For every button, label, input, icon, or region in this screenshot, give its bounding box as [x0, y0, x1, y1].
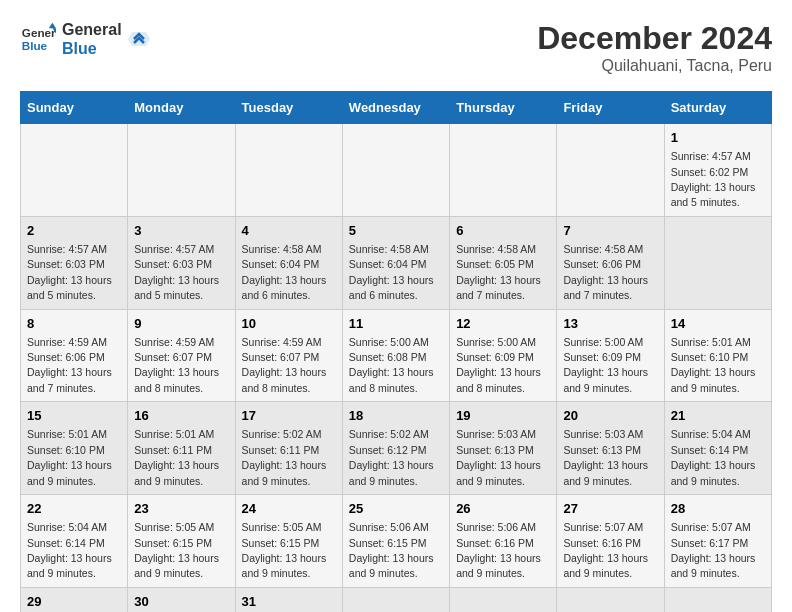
calendar-cell: 3Sunrise: 4:57 AMSunset: 6:03 PMDaylight…	[128, 216, 235, 309]
calendar-cell: 13Sunrise: 5:00 AMSunset: 6:09 PMDayligh…	[557, 309, 664, 402]
calendar-week-row: 15Sunrise: 5:01 AMSunset: 6:10 PMDayligh…	[21, 402, 772, 495]
day-info: Sunrise: 4:58 AMSunset: 6:06 PMDaylight:…	[563, 243, 648, 301]
calendar-header-row: SundayMondayTuesdayWednesdayThursdayFrid…	[21, 92, 772, 124]
day-info: Sunrise: 4:57 AMSunset: 6:02 PMDaylight:…	[671, 150, 756, 208]
day-number: 28	[671, 500, 765, 518]
day-number: 8	[27, 315, 121, 333]
header-monday: Monday	[128, 92, 235, 124]
calendar-cell: 1Sunrise: 4:57 AMSunset: 6:02 PMDaylight…	[664, 124, 771, 217]
day-info: Sunrise: 4:59 AMSunset: 6:06 PMDaylight:…	[27, 336, 112, 394]
day-number: 17	[242, 407, 336, 425]
day-number: 6	[456, 222, 550, 240]
calendar-cell: 15Sunrise: 5:01 AMSunset: 6:10 PMDayligh…	[21, 402, 128, 495]
day-number: 25	[349, 500, 443, 518]
calendar-week-row: 2Sunrise: 4:57 AMSunset: 6:03 PMDaylight…	[21, 216, 772, 309]
page-header: General Blue General Blue December 2024 …	[20, 20, 772, 75]
calendar-cell: 20Sunrise: 5:03 AMSunset: 6:13 PMDayligh…	[557, 402, 664, 495]
calendar-cell	[664, 587, 771, 612]
calendar-cell: 30Sunrise: 5:09 AMSunset: 6:18 PMDayligh…	[128, 587, 235, 612]
day-info: Sunrise: 5:04 AMSunset: 6:14 PMDaylight:…	[671, 428, 756, 486]
calendar-cell: 10Sunrise: 4:59 AMSunset: 6:07 PMDayligh…	[235, 309, 342, 402]
svg-text:Blue: Blue	[22, 39, 48, 52]
calendar-cell: 22Sunrise: 5:04 AMSunset: 6:14 PMDayligh…	[21, 495, 128, 588]
header-wednesday: Wednesday	[342, 92, 449, 124]
header-sunday: Sunday	[21, 92, 128, 124]
day-number: 19	[456, 407, 550, 425]
logo-icon: General Blue	[20, 21, 56, 57]
header-tuesday: Tuesday	[235, 92, 342, 124]
day-number: 3	[134, 222, 228, 240]
day-number: 13	[563, 315, 657, 333]
day-info: Sunrise: 5:03 AMSunset: 6:13 PMDaylight:…	[456, 428, 541, 486]
calendar-cell: 12Sunrise: 5:00 AMSunset: 6:09 PMDayligh…	[450, 309, 557, 402]
day-number: 29	[27, 593, 121, 611]
calendar-cell-empty	[342, 124, 449, 217]
calendar-cell: 19Sunrise: 5:03 AMSunset: 6:13 PMDayligh…	[450, 402, 557, 495]
day-info: Sunrise: 5:00 AMSunset: 6:09 PMDaylight:…	[456, 336, 541, 394]
day-info: Sunrise: 4:58 AMSunset: 6:04 PMDaylight:…	[242, 243, 327, 301]
calendar-cell: 17Sunrise: 5:02 AMSunset: 6:11 PMDayligh…	[235, 402, 342, 495]
day-info: Sunrise: 5:05 AMSunset: 6:15 PMDaylight:…	[242, 521, 327, 579]
calendar-cell-empty	[450, 124, 557, 217]
calendar-week-row: 22Sunrise: 5:04 AMSunset: 6:14 PMDayligh…	[21, 495, 772, 588]
header-friday: Friday	[557, 92, 664, 124]
day-info: Sunrise: 5:00 AMSunset: 6:08 PMDaylight:…	[349, 336, 434, 394]
day-info: Sunrise: 5:07 AMSunset: 6:17 PMDaylight:…	[671, 521, 756, 579]
day-info: Sunrise: 5:01 AMSunset: 6:11 PMDaylight:…	[134, 428, 219, 486]
day-info: Sunrise: 5:05 AMSunset: 6:15 PMDaylight:…	[134, 521, 219, 579]
calendar-cell-empty	[235, 124, 342, 217]
calendar-cell: 4Sunrise: 4:58 AMSunset: 6:04 PMDaylight…	[235, 216, 342, 309]
day-number: 24	[242, 500, 336, 518]
day-info: Sunrise: 5:02 AMSunset: 6:12 PMDaylight:…	[349, 428, 434, 486]
logo: General Blue General Blue	[20, 20, 150, 58]
calendar-cell	[664, 216, 771, 309]
calendar-cell: 26Sunrise: 5:06 AMSunset: 6:16 PMDayligh…	[450, 495, 557, 588]
day-number: 15	[27, 407, 121, 425]
day-info: Sunrise: 5:06 AMSunset: 6:16 PMDaylight:…	[456, 521, 541, 579]
day-number: 9	[134, 315, 228, 333]
day-info: Sunrise: 5:00 AMSunset: 6:09 PMDaylight:…	[563, 336, 648, 394]
header-thursday: Thursday	[450, 92, 557, 124]
day-info: Sunrise: 4:59 AMSunset: 6:07 PMDaylight:…	[242, 336, 327, 394]
calendar-week-row: 1Sunrise: 4:57 AMSunset: 6:02 PMDaylight…	[21, 124, 772, 217]
calendar-cell: 2Sunrise: 4:57 AMSunset: 6:03 PMDaylight…	[21, 216, 128, 309]
day-number: 16	[134, 407, 228, 425]
day-info: Sunrise: 5:06 AMSunset: 6:15 PMDaylight:…	[349, 521, 434, 579]
day-number: 18	[349, 407, 443, 425]
day-number: 1	[671, 129, 765, 147]
calendar-cell	[557, 587, 664, 612]
page-title: December 2024	[537, 20, 772, 57]
day-info: Sunrise: 5:01 AMSunset: 6:10 PMDaylight:…	[27, 428, 112, 486]
title-block: December 2024 Quilahuani, Tacna, Peru	[537, 20, 772, 75]
day-number: 30	[134, 593, 228, 611]
calendar-cell: 6Sunrise: 4:58 AMSunset: 6:05 PMDaylight…	[450, 216, 557, 309]
calendar-cell: 11Sunrise: 5:00 AMSunset: 6:08 PMDayligh…	[342, 309, 449, 402]
day-info: Sunrise: 4:58 AMSunset: 6:04 PMDaylight:…	[349, 243, 434, 301]
day-info: Sunrise: 4:58 AMSunset: 6:05 PMDaylight:…	[456, 243, 541, 301]
logo-general: General	[62, 20, 122, 39]
day-info: Sunrise: 4:57 AMSunset: 6:03 PMDaylight:…	[134, 243, 219, 301]
day-number: 11	[349, 315, 443, 333]
calendar-cell: 5Sunrise: 4:58 AMSunset: 6:04 PMDaylight…	[342, 216, 449, 309]
calendar-table: SundayMondayTuesdayWednesdayThursdayFrid…	[20, 91, 772, 612]
day-number: 4	[242, 222, 336, 240]
header-saturday: Saturday	[664, 92, 771, 124]
calendar-week-row: 29Sunrise: 5:08 AMSunset: 6:17 PMDayligh…	[21, 587, 772, 612]
day-number: 14	[671, 315, 765, 333]
day-info: Sunrise: 5:07 AMSunset: 6:16 PMDaylight:…	[563, 521, 648, 579]
calendar-cell: 23Sunrise: 5:05 AMSunset: 6:15 PMDayligh…	[128, 495, 235, 588]
calendar-cell-empty	[128, 124, 235, 217]
day-info: Sunrise: 5:04 AMSunset: 6:14 PMDaylight:…	[27, 521, 112, 579]
calendar-cell-empty	[21, 124, 128, 217]
calendar-cell: 18Sunrise: 5:02 AMSunset: 6:12 PMDayligh…	[342, 402, 449, 495]
calendar-cell: 9Sunrise: 4:59 AMSunset: 6:07 PMDaylight…	[128, 309, 235, 402]
day-number: 27	[563, 500, 657, 518]
calendar-cell: 8Sunrise: 4:59 AMSunset: 6:06 PMDaylight…	[21, 309, 128, 402]
calendar-cell: 21Sunrise: 5:04 AMSunset: 6:14 PMDayligh…	[664, 402, 771, 495]
calendar-cell: 7Sunrise: 4:58 AMSunset: 6:06 PMDaylight…	[557, 216, 664, 309]
day-info: Sunrise: 5:01 AMSunset: 6:10 PMDaylight:…	[671, 336, 756, 394]
day-number: 7	[563, 222, 657, 240]
logo-blue: Blue	[62, 39, 122, 58]
day-number: 21	[671, 407, 765, 425]
calendar-cell: 14Sunrise: 5:01 AMSunset: 6:10 PMDayligh…	[664, 309, 771, 402]
